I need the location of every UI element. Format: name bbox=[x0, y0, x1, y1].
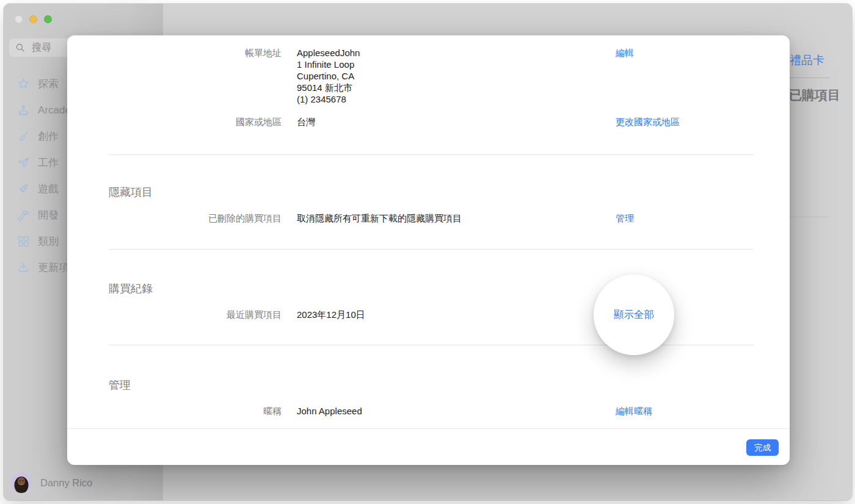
minimize-window-button[interactable] bbox=[29, 15, 37, 23]
arcade-icon bbox=[16, 103, 31, 117]
sidebar-item-label: 類別 bbox=[38, 234, 59, 248]
user-name: Danny Rico bbox=[40, 477, 92, 489]
country-label: 國家或地區 bbox=[236, 116, 282, 128]
screenshot-root: { "window_controls": {"close": "close", … bbox=[0, 0, 855, 504]
billing-line: (1) 2345678 bbox=[297, 93, 360, 105]
change-country-link[interactable]: 更改國家或地區 bbox=[616, 116, 680, 128]
billing-line: 95014 新北市 bbox=[297, 82, 360, 93]
show-all-purchases-link[interactable]: 顯示全部 bbox=[614, 308, 654, 322]
sidebar-item-label: 工作 bbox=[38, 156, 59, 170]
done-button[interactable]: 完成 bbox=[746, 439, 779, 456]
purchased-items-heading: 已購項目 bbox=[789, 87, 840, 104]
sidebar-item-label: 探索 bbox=[38, 77, 59, 91]
billing-address-label: 帳單地址 bbox=[245, 47, 282, 59]
sidebar-account-row[interactable]: Danny Rico bbox=[11, 472, 92, 493]
deleted-purchases-value: 取消隱藏所有可重新下載的隱藏購買項目 bbox=[297, 212, 462, 224]
user-avatar bbox=[11, 472, 32, 493]
sidebar-item-label: 遊戲 bbox=[38, 182, 59, 196]
download-icon bbox=[16, 261, 31, 275]
hammer-icon bbox=[16, 208, 31, 222]
star-icon bbox=[16, 77, 31, 91]
rocket-icon bbox=[16, 182, 31, 196]
billing-address-value: AppleseedJohn 1 Infinite Loop Cupertino,… bbox=[297, 47, 360, 105]
sidebar-item-label: Arcade bbox=[38, 104, 71, 117]
edit-nickname-link[interactable]: 編輯暱稱 bbox=[616, 405, 652, 417]
zoom-window-button[interactable] bbox=[44, 15, 52, 23]
billing-line: AppleseedJohn bbox=[297, 47, 360, 59]
purchase-history-heading: 購買紀錄 bbox=[109, 282, 153, 295]
manage-hidden-link[interactable]: 管理 bbox=[616, 212, 634, 224]
nickname-label: 暱稱 bbox=[263, 405, 282, 417]
country-value: 台灣 bbox=[297, 116, 315, 128]
edit-billing-link[interactable]: 編輯 bbox=[616, 47, 634, 59]
hidden-items-heading: 隱藏項目 bbox=[109, 185, 153, 199]
billing-line: 1 Infinite Loop bbox=[297, 59, 360, 70]
grid-icon bbox=[16, 234, 31, 248]
close-window-button[interactable] bbox=[15, 15, 23, 23]
section-divider bbox=[109, 154, 754, 155]
spotlight-circle: 顯示全部 bbox=[594, 275, 674, 355]
recent-purchases-value: 2023年12月10日 bbox=[297, 309, 365, 320]
sidebar-item-label: 開發 bbox=[38, 208, 59, 222]
paper-plane-icon bbox=[16, 156, 31, 170]
billing-line: Cupertino, CA bbox=[297, 70, 360, 82]
nickname-value: John Appleseed bbox=[297, 405, 362, 417]
app-store-window: 探索 Arcade 創作 工作 遊戲 開發 bbox=[4, 4, 852, 500]
account-settings-modal: 帳單地址 AppleseedJohn 1 Infinite Loop Cuper… bbox=[67, 35, 790, 465]
sidebar-item-label: 創作 bbox=[38, 129, 59, 143]
recent-purchases-label: 最近購買項目 bbox=[227, 309, 282, 320]
footer-divider bbox=[67, 428, 790, 429]
deleted-purchases-label: 已刪除的購買項目 bbox=[208, 212, 282, 224]
paintbrush-icon bbox=[16, 129, 31, 143]
section-divider bbox=[109, 249, 754, 250]
search-icon bbox=[15, 42, 26, 54]
manage-heading: 管理 bbox=[109, 378, 131, 392]
